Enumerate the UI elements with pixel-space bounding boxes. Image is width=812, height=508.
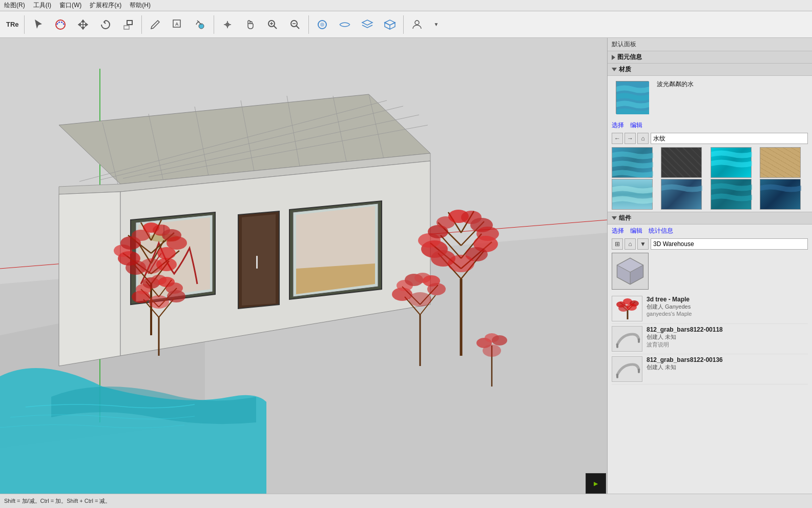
materials-section-header[interactable]: 材质 (608, 64, 812, 76)
toolbar-separator-2 (141, 15, 142, 34)
mat-thumb-3[interactable] (711, 147, 752, 178)
entity-info-label: 图元信息 (617, 53, 642, 62)
components-section-header[interactable]: 组件 (608, 212, 812, 225)
mat-thumb-2[interactable] (661, 147, 702, 178)
scale-tool[interactable] (118, 14, 138, 35)
comp-thumb-3 (612, 356, 642, 382)
toolbar-label: TRe (4, 21, 21, 28)
mat-thumb-7[interactable] (711, 179, 752, 210)
material-fwd-btn[interactable]: → (624, 133, 636, 144)
svg-point-10 (320, 23, 324, 27)
user-icon-btn[interactable] (407, 14, 427, 35)
comp-search-row: ⊞ ⌂ ▼ (608, 237, 812, 251)
viewport-3d[interactable] (0, 38, 607, 494)
zoom-extent-tool[interactable] (285, 14, 305, 35)
comp-item-2[interactable]: 812_grab_bars8122-00118 创建人 未知 波育说明 (612, 324, 808, 354)
current-material-info: 波光粼粼的水 (657, 80, 694, 89)
mat-thumb-8[interactable] (760, 179, 801, 210)
svg-rect-1 (124, 26, 129, 29)
materials-edit-btn[interactable]: 编辑 (630, 121, 642, 130)
svg-point-87 (409, 292, 431, 307)
materials-section: 材质 波光粼粼的水 选择 编辑 (608, 64, 812, 212)
pencil-tool[interactable] (145, 14, 165, 35)
svg-point-66 (149, 295, 169, 309)
user-dropdown[interactable]: ▼ (429, 14, 444, 35)
comp-select-btn[interactable]: 选择 (612, 227, 624, 235)
comp-stats-btn[interactable]: 统计信息 (649, 227, 673, 235)
comp-info-3: 812_grab_bars8122-00136 创建人 未知 (647, 356, 723, 371)
component-tool[interactable] (380, 14, 400, 35)
comp-search-input[interactable] (651, 238, 808, 250)
comp-info-2: 812_grab_bars8122-00118 创建人 未知 波育说明 (647, 326, 723, 349)
materials-controls: 选择 编辑 (608, 119, 812, 132)
section-tool[interactable] (335, 14, 355, 35)
svg-point-54 (157, 247, 176, 259)
svg-text:A: A (175, 22, 179, 27)
comp-nav-icons: ⊞ ⌂ ▼ (612, 238, 649, 250)
svg-point-91 (492, 335, 507, 346)
mat-thumb-5[interactable] (612, 179, 653, 210)
materials-label: 材质 (619, 65, 631, 74)
comp-author-label-1: 创建人 Ganyedes (647, 303, 692, 311)
comp-item-1[interactable]: 3d tree - Maple 创建人 Ganyedes ganyedes's … (612, 294, 808, 324)
components-expand-icon (612, 216, 617, 220)
components-label: 组件 (619, 214, 631, 222)
scene-svg (0, 38, 607, 494)
svg-marker-31 (59, 192, 120, 366)
comp-desc-2: 波育说明 (647, 341, 723, 349)
comp-edit-btn[interactable]: 编辑 (630, 227, 642, 235)
comp-desc-1: ganyedes's Maple (647, 311, 692, 317)
menu-draw[interactable]: 绘图(R) (4, 1, 25, 10)
material-back-btn[interactable]: ← (612, 133, 623, 144)
hand-tool[interactable] (240, 14, 260, 35)
nvidia-badge[interactable]: ▶ (586, 473, 606, 494)
comp-controls: 选择 编辑 统计信息 (608, 225, 812, 237)
orbit-tool[interactable] (50, 14, 71, 35)
zoom-tool[interactable] (262, 14, 283, 35)
comp-grid-btn[interactable]: ⊞ (612, 238, 623, 250)
svg-rect-2 (127, 21, 132, 25)
statusbar: Shift = 加/减。Ctrl = 加。Shift + Ctrl = 减。 (0, 494, 812, 508)
svg-point-65 (167, 290, 185, 302)
layer-tool[interactable] (357, 14, 378, 35)
comp-title-1: 3d tree - Maple (647, 296, 692, 303)
menu-help[interactable]: 帮助(H) (130, 1, 151, 10)
text-tool[interactable]: A (168, 14, 188, 35)
entity-info-section-header[interactable]: 图元信息 (608, 51, 812, 64)
toolbar-separator-1 (24, 15, 25, 34)
comp-thumb-2 (612, 326, 642, 352)
material-home-btn[interactable]: ⌂ (637, 133, 649, 144)
comp-preview-large (612, 253, 649, 290)
mat-thumb-1[interactable] (612, 147, 653, 178)
entity-info-expand-icon (612, 55, 615, 60)
menu-extensions[interactable]: 扩展程序(x) (90, 1, 121, 10)
current-material-preview[interactable] (616, 81, 649, 114)
pan-tool[interactable] (217, 14, 238, 35)
materials-select-btn[interactable]: 选择 (612, 121, 624, 130)
right-panel: 默认面板 图元信息 材质 波光粼粼的水 (607, 38, 812, 508)
mat-thumb-6[interactable] (661, 179, 702, 210)
select-tool[interactable] (28, 14, 48, 35)
material-search-input[interactable] (651, 133, 808, 144)
paint-tool[interactable] (190, 14, 211, 35)
comp-item-3[interactable]: 812_grab_bars8122-00136 创建人 未知 (612, 354, 808, 384)
comp-preview-area (608, 251, 812, 292)
toolbar: TRe A (0, 11, 812, 38)
comp-info-1: 3d tree - Maple 创建人 Ganyedes ganyedes's … (647, 296, 692, 317)
materials-expand-icon (612, 68, 617, 71)
panel-title: 默认面板 (612, 40, 636, 48)
material-nav-icons: ← → ⌂ (612, 133, 649, 144)
svg-point-11 (415, 21, 419, 25)
mat-thumb-4[interactable] (760, 147, 801, 178)
menu-tools[interactable]: 工具(I) (33, 1, 51, 10)
components-section: 组件 选择 编辑 统计信息 ⊞ ⌂ ▼ (608, 212, 812, 508)
svg-point-79 (448, 255, 474, 272)
rotate-tool[interactable] (95, 14, 116, 35)
menu-window[interactable]: 窗口(W) (59, 1, 81, 10)
move-tool[interactable] (73, 14, 93, 35)
toolbar-separator-5 (403, 15, 404, 34)
style-tool[interactable] (312, 14, 332, 35)
comp-author-label-2: 创建人 未知 (647, 333, 723, 341)
comp-home-btn[interactable]: ⌂ (624, 238, 636, 250)
comp-dropdown-btn[interactable]: ▼ (637, 238, 649, 250)
